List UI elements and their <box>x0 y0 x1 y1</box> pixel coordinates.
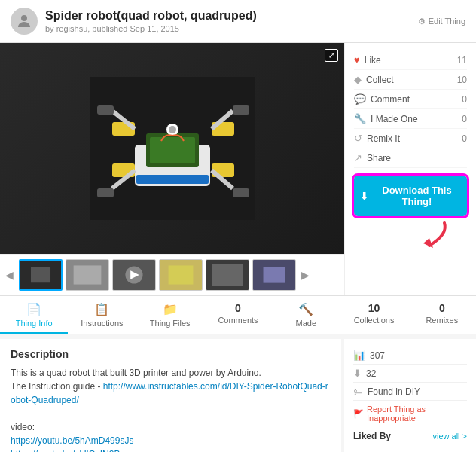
video-link-2[interactable]: https://youtu.be/ykIlCgIN2Bg <box>11 449 125 452</box>
found-in-diy-icon: 🏷 <box>353 386 363 397</box>
comments-count: 0 <box>235 302 241 314</box>
description-text: This is a quad robot that built 3D print… <box>11 368 261 378</box>
video-label: video: <box>11 422 35 432</box>
svg-rect-5 <box>150 137 195 163</box>
collect-icon: ◆ <box>354 74 362 85</box>
comment-label: Comment <box>371 94 410 105</box>
found-in-diy-label: Found in DIY <box>368 386 420 397</box>
liked-by-section: Liked By view all > <box>353 431 467 441</box>
views-icon: 📊 <box>353 350 365 361</box>
actions-panel: ♥ Like 11 ◆ Collect 10 💬 Comment 0 🔧 I M… <box>344 43 476 295</box>
like-action[interactable]: ♥ Like 11 <box>354 50 467 70</box>
thing-meta: by regishsu, published Sep 11, 2015 <box>45 24 410 33</box>
report-button[interactable]: 🚩 Report Thing as Inappropriate <box>353 401 467 426</box>
title-area: Spider robot(quad robot, quadruped) by r… <box>45 9 410 33</box>
like-count: 11 <box>457 55 467 66</box>
collect-count: 10 <box>457 75 467 85</box>
tab-remixes[interactable]: 0 Remixes <box>408 296 476 334</box>
downloads-icon: ⬇ <box>353 368 362 379</box>
comment-action[interactable]: 💬 Comment 0 <box>354 90 467 109</box>
liked-by-label: Liked By <box>353 431 391 441</box>
tab-comments[interactable]: 0 Comments <box>204 296 272 334</box>
page-header: Spider robot(quad robot, quadruped) by r… <box>0 0 476 43</box>
thumbnail-2[interactable] <box>66 259 109 291</box>
video-link-1[interactable]: https://youtu.be/5hAmD499sJs <box>11 435 133 446</box>
tab-collections[interactable]: 10 Collections <box>340 296 407 334</box>
thumbnails-strip: ◀ ▶ <box>0 254 344 295</box>
comment-count: 0 <box>462 94 467 105</box>
description-section: Description This is a quad robot that bu… <box>0 339 341 452</box>
collect-action[interactable]: ◆ Collect 10 <box>354 70 467 90</box>
tabs-bar: 📄 Thing Info 📋 Instructions 📁 Thing File… <box>0 295 476 334</box>
like-label: Like <box>365 55 381 66</box>
tab-thing-info[interactable]: 📄 Thing Info <box>0 296 68 334</box>
tab-thing-files-label: Thing Files <box>150 319 191 328</box>
flag-icon: 🚩 <box>353 409 364 419</box>
views-stat: 📊 307 <box>353 347 467 365</box>
remix-count: 0 <box>462 133 467 144</box>
thumbnail-1[interactable] <box>19 259 63 291</box>
edit-thing-button[interactable]: ⚙ Edit Thing <box>418 17 465 26</box>
arrow-indicator <box>354 219 467 252</box>
downloads-value: 32 <box>366 368 376 379</box>
svg-point-0 <box>21 15 27 21</box>
tab-instructions-label: Instructions <box>81 319 123 328</box>
edit-thing-label: Edit Thing <box>429 17 465 26</box>
description-title: Description <box>11 348 331 360</box>
collections-count: 10 <box>368 302 380 314</box>
thing-files-icon: 📁 <box>163 302 178 316</box>
share-icon: ↗ <box>354 152 362 163</box>
tab-made[interactable]: 🔨 Made <box>272 296 340 334</box>
made-one-label: I Made One <box>371 114 418 124</box>
made-icon: 🔨 <box>298 302 313 316</box>
remixes-count: 0 <box>439 302 445 314</box>
svg-rect-30 <box>212 264 243 286</box>
thumbnail-3[interactable] <box>112 259 156 291</box>
thumbnail-4[interactable] <box>159 259 203 291</box>
description-body: This is a quad robot that built 3D print… <box>11 366 331 452</box>
tab-remixes-label: Remixes <box>426 316 458 325</box>
prev-thumbnail-button[interactable]: ◀ <box>3 269 16 281</box>
avatar <box>11 8 38 35</box>
svg-rect-15 <box>233 105 249 115</box>
made-one-icon: 🔧 <box>354 113 366 124</box>
made-one-action[interactable]: 🔧 I Made One 0 <box>354 109 467 129</box>
share-action[interactable]: ↗ Share <box>354 148 467 168</box>
thumbnail-6[interactable] <box>252 259 296 291</box>
download-button[interactable]: ⬇ Download This Thing! <box>354 176 467 216</box>
gear-icon: ⚙ <box>418 17 426 26</box>
download-label: Download This Thing! <box>373 185 461 207</box>
tab-made-label: Made <box>296 319 317 328</box>
thumbnail-5[interactable] <box>206 259 249 291</box>
collect-label: Collect <box>366 75 394 85</box>
tab-thing-info-label: Thing Info <box>16 319 53 328</box>
next-thumbnail-button[interactable]: ▶ <box>299 269 312 281</box>
comment-icon: 💬 <box>354 93 366 105</box>
svg-rect-16 <box>97 188 114 197</box>
found-in-diy-stat: 🏷 Found in DIY <box>353 383 467 401</box>
svg-rect-23 <box>74 265 102 284</box>
thing-title: Spider robot(quad robot, quadruped) <box>45 9 410 23</box>
expand-icon[interactable]: ⤢ <box>325 49 338 62</box>
tab-comments-label: Comments <box>218 316 258 325</box>
views-value: 307 <box>370 350 385 361</box>
svg-rect-3 <box>136 175 209 184</box>
share-label: Share <box>367 153 391 163</box>
remix-action[interactable]: ↺ Remix It 0 <box>354 129 467 148</box>
main-image: ⤢ <box>0 43 344 254</box>
made-one-count: 0 <box>462 114 467 124</box>
svg-rect-28 <box>169 265 194 284</box>
svg-rect-17 <box>233 188 249 197</box>
bottom-area: Description This is a quad robot that bu… <box>0 334 476 452</box>
view-all-link[interactable]: view all > <box>432 432 467 441</box>
downloads-stat: ⬇ 32 <box>353 365 467 383</box>
tab-instructions[interactable]: 📋 Instructions <box>68 296 136 334</box>
main-area: ⤢ ◀ ▶ <box>0 43 476 295</box>
svg-rect-32 <box>264 267 285 282</box>
download-icon: ⬇ <box>360 191 368 202</box>
tab-thing-files[interactable]: 📁 Thing Files <box>136 296 204 334</box>
svg-rect-21 <box>31 267 50 282</box>
tab-collections-label: Collections <box>354 316 395 325</box>
instruction-label: The Instruction guide - <box>11 381 103 392</box>
svg-point-19 <box>169 126 176 133</box>
